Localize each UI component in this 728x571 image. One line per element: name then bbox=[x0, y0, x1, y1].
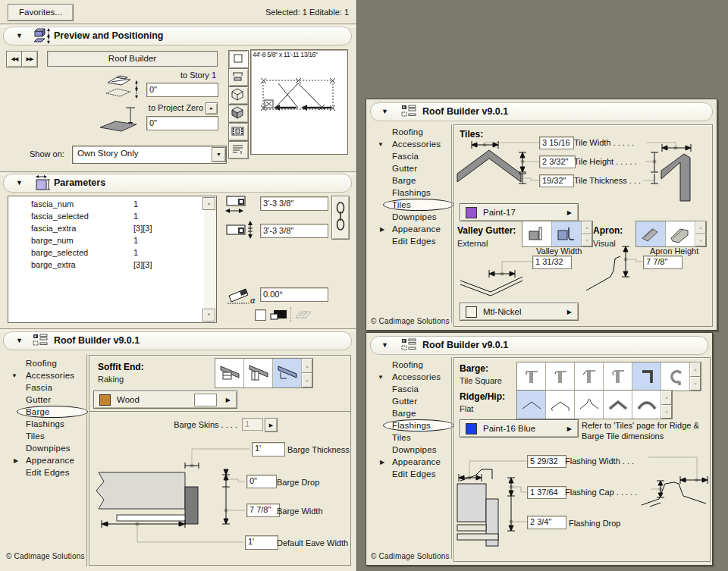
story-offset-input[interactable]: 0" bbox=[146, 83, 218, 97]
section-view-button[interactable] bbox=[228, 68, 249, 86]
scrollbar-track[interactable] bbox=[204, 197, 215, 320]
expand-triangle-icon[interactable]: ▶ bbox=[380, 456, 384, 469]
tile-thickness-input[interactable]: 19/32" bbox=[539, 174, 574, 187]
tree-item-gutter[interactable]: Gutter bbox=[5, 394, 86, 406]
project-zero-offset-input[interactable]: 0" bbox=[146, 116, 218, 130]
barge-width-input[interactable]: 7 7/8" bbox=[246, 504, 280, 517]
barge-width-input[interactable]: 3'-3 3/8" bbox=[260, 224, 328, 238]
tree-item-edit-edges[interactable]: Edit Edges bbox=[371, 235, 451, 247]
apron-height-input[interactable]: 7 7/8" bbox=[643, 256, 682, 269]
tree-item-downpipes[interactable]: Downpipes bbox=[371, 444, 451, 456]
tree-item-downpipes[interactable]: Downpipes bbox=[371, 211, 451, 223]
parameter-row[interactable]: barge_num 1 bbox=[8, 236, 202, 248]
collapse-triangle-icon[interactable]: ▼ bbox=[11, 370, 17, 382]
fascia-width-input[interactable]: 3'-3 3/8" bbox=[260, 196, 328, 211]
tree-item-appearance[interactable]: ▶ Appearance bbox=[371, 223, 451, 235]
collapse-triangle-icon[interactable]: ▼ bbox=[378, 372, 384, 384]
roof-builder-header[interactable]: ▼ Roof Builder v9.0.1 bbox=[3, 331, 352, 350]
expand-triangle-icon[interactable]: ▶ bbox=[14, 455, 18, 467]
collapse-triangle-icon[interactable]: ▼ bbox=[381, 108, 388, 115]
tree-item-barge[interactable]: Barge bbox=[371, 407, 451, 419]
element-name-field[interactable]: Roof Builder bbox=[47, 51, 218, 67]
collapse-triangle-icon[interactable]: ▼ bbox=[378, 139, 384, 151]
favorites-button[interactable]: Favorites... bbox=[8, 4, 74, 21]
barge-drop-input[interactable]: 0" bbox=[246, 475, 277, 488]
tree-item-gutter[interactable]: Gutter bbox=[371, 162, 451, 174]
parameter-row[interactable]: barge_selected 1 bbox=[8, 248, 202, 260]
scrollbar-up-button[interactable]: ▲ bbox=[202, 197, 215, 210]
parameter-row[interactable]: fascia_extra [3][3] bbox=[8, 224, 202, 236]
3d-shaded-view-button[interactable] bbox=[228, 105, 249, 123]
tree-item-fascia[interactable]: Fascia bbox=[371, 150, 451, 162]
link-values-button[interactable] bbox=[331, 196, 350, 240]
roof-builder-header[interactable]: ▼ Roof Builder v9.0.1 bbox=[370, 102, 713, 121]
parameter-list[interactable]: fascia_num 1 fascia_selected 1 fascia_ex… bbox=[8, 196, 217, 323]
tree-item-roofing[interactable]: Roofing bbox=[5, 357, 86, 369]
flashing-drop-label: Flashing Drop bbox=[569, 519, 620, 528]
tile-height-input[interactable]: 2 3/32" bbox=[539, 155, 576, 168]
tree-item-gutter[interactable]: Gutter bbox=[371, 395, 451, 407]
parameters-header[interactable]: ▼ Parameters bbox=[3, 174, 352, 193]
mirror-checkbox[interactable] bbox=[255, 309, 266, 321]
barge-page-tree: Roofing ▼ Accessories Fascia Gutter Barg… bbox=[5, 357, 86, 478]
tree-item-accessories[interactable]: ▼ Accessories bbox=[371, 371, 451, 383]
dropdown-arrow-icon[interactable]: ▼ bbox=[212, 147, 226, 162]
default-eave-width-input[interactable]: 1' bbox=[245, 535, 278, 550]
preview-window[interactable]: 44'-8 5/8" x 11'-11 13/16" bbox=[250, 49, 348, 155]
barge-thickness-input[interactable]: 1' bbox=[252, 442, 285, 456]
scrollbar-down-button[interactable]: ▼ bbox=[202, 309, 215, 322]
reference-level-menu-button[interactable]: ▸ bbox=[206, 102, 218, 115]
tree-item-barge-selected[interactable]: Barge bbox=[5, 406, 86, 418]
section-title: Preview and Positioning bbox=[54, 30, 163, 41]
tree-item-tiles[interactable]: Tiles bbox=[371, 431, 451, 444]
previous-favorite-button[interactable]: ◀◀ bbox=[6, 51, 23, 67]
tree-item-edit-edges[interactable]: Edit Edges bbox=[5, 466, 86, 478]
valley-gutter-option-2-selected[interactable] bbox=[552, 221, 582, 246]
tree-item-appearance[interactable]: ▶ Appearance bbox=[5, 454, 86, 466]
collapse-triangle-icon[interactable]: ▼ bbox=[16, 337, 23, 344]
expand-triangle-icon[interactable]: ▶ bbox=[380, 224, 384, 236]
tree-item-roofing[interactable]: Roofing bbox=[371, 359, 451, 371]
tree-item-flashings-selected[interactable]: Flashings bbox=[371, 419, 451, 431]
listing-view-button[interactable] bbox=[228, 141, 249, 159]
apron-option-2[interactable] bbox=[666, 221, 695, 246]
collapse-triangle-icon[interactable]: ▼ bbox=[16, 32, 23, 39]
valley-width-input[interactable]: 1 31/32 bbox=[532, 256, 572, 269]
valley-gutter-option-1[interactable] bbox=[522, 221, 552, 246]
tree-item-edit-edges[interactable]: Edit Edges bbox=[371, 468, 451, 480]
roof-builder-header[interactable]: ▼ Roof Builder v9.0.1 bbox=[370, 336, 708, 355]
camera-view-button[interactable] bbox=[228, 123, 249, 141]
apron-option-1-selected[interactable] bbox=[636, 221, 666, 246]
tree-item-flashings[interactable]: Flashings bbox=[5, 418, 86, 430]
flashing-drop-input[interactable]: 2 3/4" bbox=[527, 516, 566, 529]
tree-item-accessories[interactable]: ▼ Accessories bbox=[371, 138, 451, 150]
show-on-dropdown[interactable]: Own Story Only ▼ bbox=[72, 146, 227, 164]
tree-item-flashings[interactable]: Flashings bbox=[371, 187, 451, 199]
3d-wireframe-view-button[interactable] bbox=[228, 86, 249, 105]
tile-material-button[interactable]: Paint-17 ▶ bbox=[460, 203, 579, 221]
tree-item-accessories[interactable]: ▼ Accessories bbox=[5, 369, 86, 381]
preview-positioning-header[interactable]: ▼ Preview and Positioning bbox=[3, 27, 352, 45]
angle-input[interactable]: 0.00° bbox=[260, 287, 328, 302]
collapse-triangle-icon[interactable]: ▼ bbox=[16, 179, 23, 187]
tree-item-fascia[interactable]: Fascia bbox=[371, 383, 451, 395]
tree-item-tiles-selected[interactable]: Tiles bbox=[371, 199, 451, 211]
tree-item-fascia[interactable]: Fascia bbox=[5, 381, 86, 394]
flashing-width-input[interactable]: 5 29/32 bbox=[527, 455, 566, 468]
flashing-cap-input[interactable]: 1 37/64 bbox=[527, 486, 566, 499]
parameter-row[interactable]: fascia_num 1 bbox=[8, 199, 202, 212]
next-favorite-button[interactable]: ▶▶ bbox=[21, 51, 38, 67]
tree-item-roofing[interactable]: Roofing bbox=[371, 126, 451, 138]
collapse-triangle-icon[interactable]: ▼ bbox=[381, 341, 388, 349]
parameter-row[interactable]: fascia_selected 1 bbox=[8, 212, 202, 224]
parameter-row[interactable]: barge_extra [3][3] bbox=[8, 260, 202, 272]
tree-item-tiles[interactable]: Tiles bbox=[5, 430, 86, 442]
plan-view-button[interactable] bbox=[228, 50, 249, 68]
apron-spinner[interactable]: ▲▼ bbox=[695, 221, 706, 246]
valley-material-button[interactable]: Mtl-Nickel ▶ bbox=[460, 303, 579, 321]
tree-item-appearance[interactable]: ▶ Appearance bbox=[371, 456, 451, 468]
tree-item-barge[interactable]: Barge bbox=[371, 174, 451, 187]
tree-item-downpipes[interactable]: Downpipes bbox=[5, 442, 86, 454]
valley-gutter-spinner[interactable]: ▲▼ bbox=[582, 221, 592, 246]
tile-width-input[interactable]: 3 15/16 bbox=[539, 136, 574, 149]
